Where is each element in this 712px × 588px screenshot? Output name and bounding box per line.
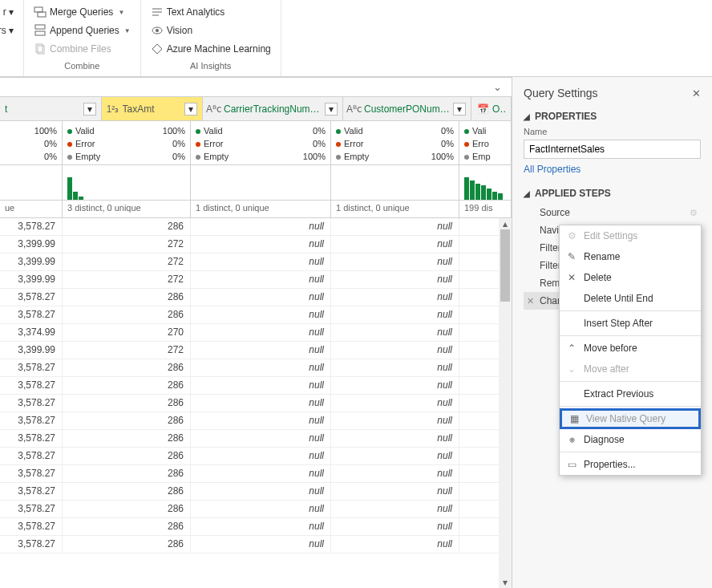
applied-steps-header[interactable]: ◢APPLIED STEPS [524,188,701,199]
ctx-move-before[interactable]: ⌃Move before [560,338,701,359]
merge-queries-button[interactable]: Merge Queries ▼ [30,3,134,21]
gear-icon[interactable]: ⚙ [690,208,698,218]
cell: null [331,218,459,235]
applied-step[interactable]: Source⚙ [524,204,701,221]
cell: 286 [63,501,191,517]
cell: null [191,448,331,464]
column-header-0[interactable]: t ▾ [0,97,102,120]
query-name-input[interactable] [524,140,701,159]
table-row[interactable]: 3,578.27 286 null null [0,412,512,430]
cell: null [191,271,331,288]
distinct-3: 1 distinct, 0 unique [331,201,459,217]
table-row[interactable]: 3,399.99 272 null null [0,253,512,271]
cell: null [191,536,331,553]
ribbon-trunc-1[interactable]: r ▾ [6,3,17,21]
scroll-thumb[interactable] [500,229,510,302]
text-analytics-label: Text Analytics [167,6,225,18]
table-row[interactable]: 3,578.27 286 null null [0,289,512,306]
ctx-rename[interactable]: ✎Rename [560,246,701,267]
vision-button[interactable]: Vision [148,22,274,39]
cell: null [191,253,331,270]
table-row[interactable]: 3,578.27 286 null null [0,377,512,395]
column-header-customer[interactable]: Aᴮᴄ CustomerPONumber ▾ [343,97,471,120]
text-analytics-button[interactable]: Text Analytics [148,3,274,21]
scroll-down-icon[interactable]: ▾ [499,577,512,588]
filter-button[interactable]: ▾ [453,103,466,116]
column-header-carrier[interactable]: Aᴮᴄ CarrierTrackingNumber ▾ [203,97,343,120]
delete-icon: ✕ [565,272,578,283]
spark-cell-0 [0,165,63,200]
cell: 286 [63,218,191,235]
column-header-ord[interactable]: 📅 Ord [471,97,512,120]
cell: null [191,359,331,376]
cell: 286 [63,377,191,394]
panel-title: Query Settings [524,87,598,99]
query-icon: ▦ [568,413,581,424]
scroll-up-icon[interactable]: ▴ [499,218,512,229]
col-name-3: CustomerPONumber [364,103,450,115]
separator [560,406,701,407]
all-properties-link[interactable]: All Properties [524,164,701,175]
combine-group-label: Combine [30,58,134,72]
cell: 3,578.27 [0,518,63,535]
append-icon [34,24,47,37]
svg-rect-0 [34,7,42,12]
table-row[interactable]: 3,578.27 286 null null [0,483,512,501]
ctx-properties[interactable]: ▭Properties... [560,454,701,475]
table-row[interactable]: 3,578.27 286 null null [0,430,512,448]
ribbon-group-combine: Merge Queries ▼ Append Queries ▼ Combine… [24,0,141,76]
table-row[interactable]: 3,578.27 286 null null [0,536,512,554]
table-row[interactable]: 3,578.27 286 null null [0,306,512,324]
table-row[interactable]: 3,578.27 286 null null [0,501,512,518]
table-row[interactable]: 3,399.99 272 null null [0,236,512,253]
table-row[interactable]: 3,578.27 286 null null [0,359,512,377]
text-analytics-icon [151,6,164,18]
filter-button[interactable]: ▾ [325,103,338,116]
ctx-delete[interactable]: ✕Delete [560,267,701,288]
table-row[interactable]: 3,578.27 286 null null [0,218,512,236]
cell: null [331,377,459,394]
ctx-view-native-query[interactable]: ▦View Native Query [560,408,701,429]
table-row[interactable]: 3,374.99 270 null null [0,324,512,342]
properties-header[interactable]: ◢PROPERTIES [524,111,701,122]
table-row[interactable]: 3,578.27 286 null null [0,518,512,536]
filter-button[interactable]: ▾ [83,103,96,116]
table-row[interactable]: 3,399.99 272 null null [0,271,512,289]
distinct-1: 3 distinct, 0 unique [63,201,191,217]
ctx-edit-settings[interactable]: ⚙Edit Settings [560,225,701,246]
vertical-scrollbar[interactable]: ▴ ▾ [499,218,512,588]
empty-dot-icon [67,155,72,160]
step-context-menu: ⚙Edit Settings ✎Rename ✕Delete Delete Un… [559,225,702,476]
cell: 3,578.27 [0,501,63,517]
append-queries-button[interactable]: Append Queries ▼ [30,22,134,39]
table-row[interactable]: 3,578.27 286 null null [0,448,512,465]
append-label: Append Queries [50,25,119,36]
table-row[interactable]: 3,578.27 286 null null [0,465,512,483]
ctx-delete-until-end[interactable]: Delete Until End [560,288,701,309]
table-row[interactable]: 3,399.99 272 null null [0,342,512,359]
ctx-diagnose[interactable]: ⎈Diagnose [560,429,701,450]
up-chevron-icon: ⌃ [565,343,578,354]
filter-button[interactable]: ▾ [184,103,197,116]
azure-ml-icon [151,43,164,55]
delete-step-icon[interactable]: ✕ [527,296,534,306]
data-rows: 3,578.27 286 null null 3,399.99 272 null… [0,218,512,588]
diagnose-icon: ⎈ [565,434,578,445]
combine-files-button[interactable]: Combine Files [30,40,134,58]
ctx-move-after[interactable]: ⌄Move after [560,359,701,379]
collapse-triangle-icon: ◢ [524,112,530,121]
ribbon-trunc-2[interactable]: ders ▾ [6,22,17,39]
ribbon: r ▾ ders ▾ Merge Queries ▼ Append Querie… [0,0,712,77]
close-panel-icon[interactable]: ✕ [692,87,701,99]
expand-chevron-icon[interactable]: ⌄ [493,81,502,93]
table-row[interactable]: 3,578.27 286 null null [0,395,512,412]
cell: null [331,501,459,517]
azure-ml-button[interactable]: Azure Machine Learning [148,40,274,58]
svg-rect-3 [35,31,45,35]
ribbon-group-ai: Text Analytics Vision Azure Machine Lear… [141,0,281,76]
column-header-taxamt[interactable]: 1²₃ TaxAmt ▾ [102,97,204,120]
ctx-extract-previous[interactable]: Extract Previous [560,383,701,404]
spark-cell-1 [63,165,191,200]
ctx-insert-step-after[interactable]: Insert Step After [560,313,701,334]
cell: 3,399.99 [0,271,63,288]
